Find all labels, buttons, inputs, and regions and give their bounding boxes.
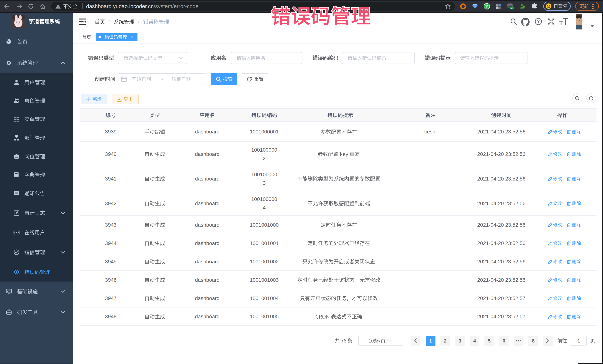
svg-text:?: ? [537, 19, 540, 24]
svg-text:on: on [510, 7, 513, 9]
